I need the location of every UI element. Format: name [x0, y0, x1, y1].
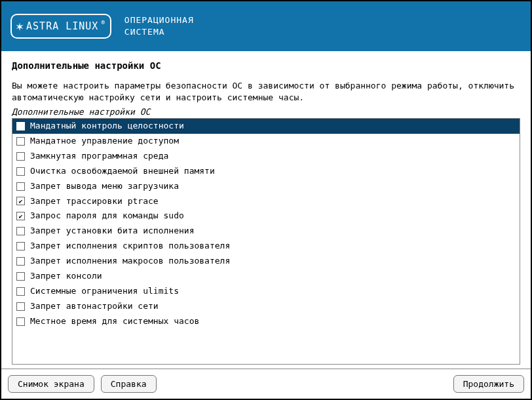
option-label: Системные ограничения ulimits: [30, 286, 179, 297]
option-checkbox[interactable]: [16, 272, 25, 281]
subtitle-line2: СИСТЕМА: [124, 26, 194, 38]
option-row[interactable]: Замкнутая программная среда: [12, 149, 520, 164]
option-row[interactable]: Очистка освобождаемой внешней памяти: [12, 164, 520, 179]
option-row[interactable]: Местное время для системных часов: [12, 314, 520, 329]
option-label: Замкнутая программная среда: [30, 151, 168, 162]
option-row[interactable]: Запрос пароля для команды sudo: [12, 209, 520, 224]
option-row[interactable]: Запрет вывода меню загрузчика: [12, 179, 520, 194]
option-row[interactable]: Запрет исполнения макросов пользователя: [12, 254, 520, 269]
continue-button[interactable]: Продолжить: [453, 375, 524, 393]
options-list[interactable]: Мандатный контроль целостностиМандатное …: [12, 118, 520, 365]
screenshot-button[interactable]: Снимок экрана: [8, 375, 94, 393]
option-label: Мандатное управление доступом: [30, 136, 179, 147]
option-row[interactable]: Запрет трассировки ptrace: [12, 194, 520, 209]
option-label: Запрет трассировки ptrace: [30, 196, 159, 207]
option-checkbox[interactable]: [16, 242, 25, 250]
header: ✶ ASTRA LINUX ® ОПЕРАЦИОННАЯ СИСТЕМА: [1, 1, 531, 51]
option-label: Запрет автонастройки сети: [30, 301, 159, 312]
registered-icon: ®: [101, 19, 104, 26]
option-checkbox[interactable]: [16, 122, 25, 130]
option-label: Запрет консоли: [30, 271, 102, 282]
option-checkbox[interactable]: [16, 227, 25, 235]
option-label: Мандатный контроль целостности: [30, 121, 184, 132]
option-label: Местное время для системных часов: [30, 316, 199, 327]
option-checkbox[interactable]: [16, 137, 25, 146]
option-checkbox[interactable]: [16, 167, 25, 176]
option-checkbox[interactable]: [16, 257, 25, 266]
option-checkbox[interactable]: [16, 212, 25, 220]
option-checkbox[interactable]: [16, 287, 25, 296]
option-label: Очистка освобождаемой внешней памяти: [30, 166, 215, 177]
option-label: Запрет исполнения скриптов пользователя: [30, 241, 230, 252]
option-checkbox[interactable]: [16, 317, 25, 326]
option-checkbox[interactable]: [16, 197, 25, 205]
star-icon: ✶: [16, 20, 24, 33]
page-description: Вы можете настроить параметры безопаснос…: [12, 80, 520, 103]
page-title: Дополнительные настройки ОС: [12, 60, 520, 71]
option-label: Запрет вывода меню загрузчика: [30, 181, 179, 192]
option-row[interactable]: Запрет исполнения скриптов пользователя: [12, 239, 520, 254]
content-area: Дополнительные настройки ОС Вы можете на…: [1, 51, 531, 369]
help-button[interactable]: Справка: [101, 375, 157, 393]
option-row[interactable]: Мандатное управление доступом: [12, 134, 520, 149]
installer-window: ✶ ASTRA LINUX ® ОПЕРАЦИОННАЯ СИСТЕМА Доп…: [0, 0, 532, 400]
astra-linux-logo: ✶ ASTRA LINUX ®: [10, 14, 111, 39]
footer: Снимок экрана Справка Продолжить: [1, 369, 531, 399]
logo-text: ASTRA LINUX: [26, 20, 98, 32]
option-row[interactable]: Системные ограничения ulimits: [12, 284, 520, 299]
option-checkbox[interactable]: [16, 152, 25, 161]
option-checkbox[interactable]: [16, 302, 25, 311]
option-label: Запрет исполнения макросов пользователя: [30, 256, 230, 267]
section-label: Дополнительные настройки ОС: [12, 107, 520, 117]
option-label: Запрос пароля для команды sudo: [30, 210, 184, 222]
option-row[interactable]: Мандатный контроль целостности: [12, 119, 520, 134]
subtitle-line1: ОПЕРАЦИОННАЯ: [124, 14, 194, 26]
option-row[interactable]: Запрет установки бита исполнения: [12, 224, 520, 239]
option-label: Запрет установки бита исполнения: [30, 226, 194, 237]
option-row[interactable]: Запрет автонастройки сети: [12, 299, 520, 314]
option-row[interactable]: Запрет консоли: [12, 269, 520, 284]
option-checkbox[interactable]: [16, 182, 25, 191]
header-subtitle: ОПЕРАЦИОННАЯ СИСТЕМА: [124, 14, 194, 37]
